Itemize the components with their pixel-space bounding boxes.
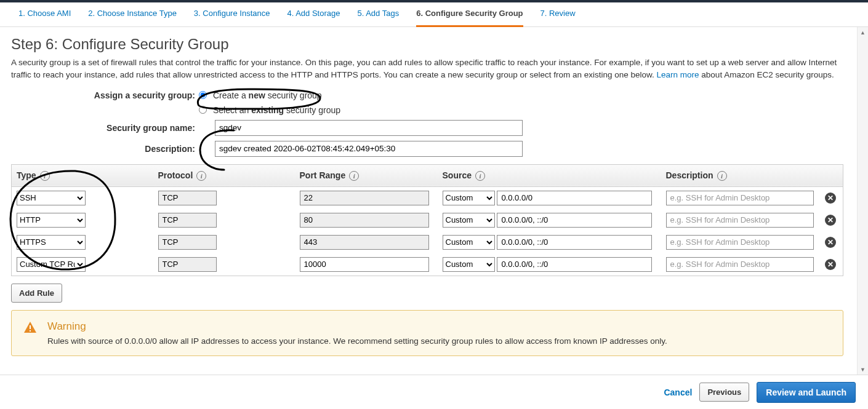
info-icon[interactable]: i: [349, 171, 359, 181]
rule-protocol-input: [158, 213, 217, 228]
previous-button[interactable]: Previous: [699, 383, 749, 402]
rule-source-type-select[interactable]: Custom: [443, 235, 495, 250]
warning-title: Warning: [47, 320, 667, 333]
assign-sg-label: Assign a security group:: [11, 90, 199, 100]
sg-name-input[interactable]: [215, 120, 523, 136]
radio-create-new-label: Create a new security group: [213, 90, 322, 100]
info-icon[interactable]: i: [717, 171, 727, 181]
rule-source-cidr-input[interactable]: [497, 235, 652, 250]
wizard-step-6[interactable]: 6. Configure Security Group: [416, 9, 523, 27]
learn-more-link[interactable]: Learn more: [657, 70, 699, 79]
wizard-step-4[interactable]: 4. Add Storage: [287, 9, 340, 25]
sg-desc-label: Description:: [11, 144, 199, 154]
table-row: Custom TCP RuleCustom ✕: [12, 253, 843, 276]
cancel-button[interactable]: Cancel: [664, 387, 692, 397]
wizard-step-7[interactable]: 7. Review: [540, 9, 576, 25]
wizard-step-1[interactable]: 1. Choose AMI: [18, 9, 71, 25]
remove-rule-icon[interactable]: ✕: [825, 193, 836, 204]
rule-port-input: [300, 191, 429, 205]
rule-type-select[interactable]: SSH: [17, 191, 86, 205]
rule-description-input[interactable]: [666, 235, 814, 250]
col-port-header: Port Range: [300, 170, 346, 180]
add-rule-button[interactable]: Add Rule: [11, 284, 62, 303]
rule-type-select[interactable]: HTTP: [17, 213, 86, 228]
rule-protocol-input: [158, 235, 217, 250]
col-source-header: Source: [443, 170, 472, 180]
vertical-scrollbar[interactable]: ▲ ▼: [857, 27, 868, 375]
wizard-step-2[interactable]: 2. Choose Instance Type: [88, 9, 177, 25]
sg-desc-input[interactable]: [215, 141, 523, 157]
rule-type-select[interactable]: HTTPS: [17, 235, 86, 250]
col-description-header: Description: [666, 170, 713, 180]
footer: Cancel Previous Review and Launch: [0, 375, 868, 409]
info-icon[interactable]: i: [475, 171, 485, 181]
rule-description-input[interactable]: [666, 257, 814, 272]
remove-rule-icon[interactable]: ✕: [825, 215, 836, 226]
wizard-step-5[interactable]: 5. Add Tags: [357, 9, 399, 25]
rule-description-input[interactable]: [666, 191, 814, 205]
rules-table: Typei Protocoli Port Rangei Sourcei Desc…: [11, 164, 843, 276]
radio-select-existing[interactable]: [199, 106, 207, 114]
radio-select-existing-label: Select an existing security group: [213, 105, 340, 115]
svg-rect-1: [30, 330, 31, 332]
table-row: SSHCustom ✕: [12, 186, 843, 209]
rule-port-input[interactable]: [300, 257, 429, 272]
info-icon[interactable]: i: [40, 171, 50, 181]
info-icon[interactable]: i: [196, 171, 206, 181]
page-description: A security group is a set of firewall ru…: [11, 57, 843, 82]
rule-type-select[interactable]: Custom TCP Rule: [17, 257, 86, 272]
svg-rect-0: [30, 325, 31, 329]
rule-protocol-input: [158, 191, 217, 205]
rule-source-cidr-input[interactable]: [497, 191, 652, 205]
scroll-up-icon[interactable]: ▲: [858, 27, 868, 38]
remove-rule-icon[interactable]: ✕: [825, 259, 836, 270]
review-and-launch-button[interactable]: Review and Launch: [757, 382, 856, 403]
radio-create-new[interactable]: [199, 91, 207, 99]
table-row: HTTPCustom ✕: [12, 209, 843, 231]
warning-panel: Warning Rules with source of 0.0.0.0/0 a…: [11, 310, 843, 356]
wizard-steps: 1. Choose AMI2. Choose Instance Type3. C…: [0, 2, 868, 27]
scroll-down-icon[interactable]: ▼: [858, 364, 868, 375]
content-scroll[interactable]: Step 6: Configure Security Group A secur…: [0, 27, 854, 375]
warning-icon: [23, 320, 38, 346]
col-type-header: Type: [17, 170, 36, 180]
rule-source-type-select[interactable]: Custom: [443, 257, 495, 272]
wizard-step-3[interactable]: 3. Configure Instance: [194, 9, 270, 25]
rule-port-input: [300, 213, 429, 228]
rule-source-type-select[interactable]: Custom: [443, 213, 495, 228]
table-row: HTTPSCustom ✕: [12, 231, 843, 253]
remove-rule-icon[interactable]: ✕: [825, 237, 836, 248]
rule-source-type-select[interactable]: Custom: [443, 191, 495, 205]
rule-port-input: [300, 235, 429, 250]
warning-text: Rules with source of 0.0.0.0/0 allow all…: [47, 336, 667, 346]
rule-description-input[interactable]: [666, 213, 814, 228]
rule-source-cidr-input[interactable]: [497, 257, 652, 272]
rule-source-cidr-input[interactable]: [497, 213, 652, 228]
page-title: Step 6: Configure Security Group: [11, 36, 843, 53]
col-protocol-header: Protocol: [158, 170, 193, 180]
sg-name-label: Security group name:: [11, 123, 199, 133]
rule-protocol-input: [158, 257, 217, 272]
